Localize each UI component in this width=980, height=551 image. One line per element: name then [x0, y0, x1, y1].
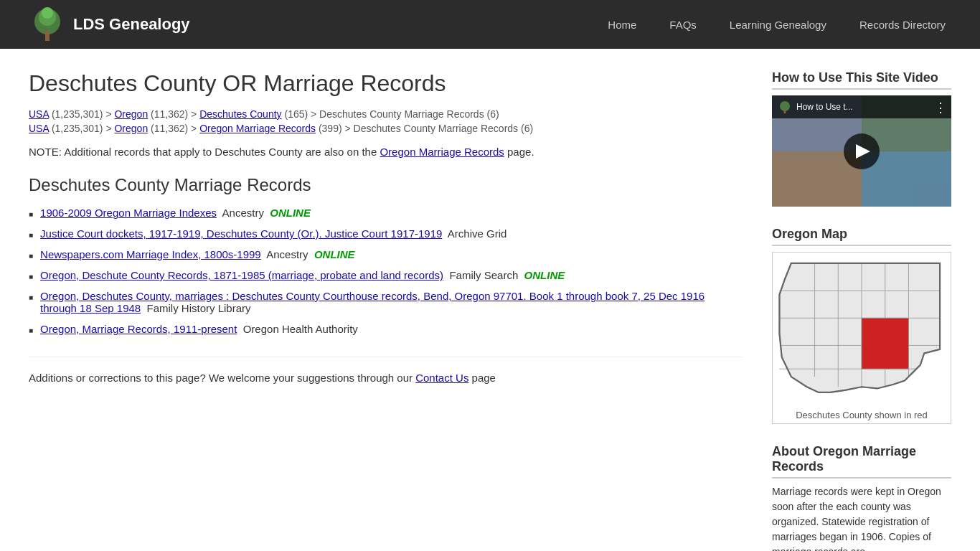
nav-faqs[interactable]: FAQs [664, 15, 702, 34]
online-badge-3: ONLINE [314, 248, 355, 260]
breadcrumb-usa-2[interactable]: USA [29, 123, 49, 134]
svg-rect-17 [862, 318, 908, 369]
video-thumb-inner: How to Use t... ⋮ [772, 95, 951, 207]
svg-rect-5 [784, 110, 786, 113]
page-title: Deschutes County OR Marriage Records [29, 70, 743, 97]
main-nav: Home FAQs Learning Genealogy Records Dir… [602, 15, 951, 34]
record-2-link[interactable]: Justice Court dockets, 1917-1919, Deschu… [40, 227, 442, 240]
online-badge-4: ONLINE [524, 269, 565, 281]
about-section: About Oregon Marriage Records Marriage r… [772, 444, 951, 551]
page-wrapper: Deschutes County OR Marriage Records USA… [0, 49, 980, 551]
note-text: NOTE: Additional records that apply to D… [29, 146, 743, 158]
record-4-link[interactable]: Oregon, Deschute County Records, 1871-19… [40, 269, 443, 281]
record-3-text: Newspapers.com Marriage Index, 1800s-199… [40, 248, 355, 260]
video-section-title: How to Use This Site Video [772, 70, 951, 90]
record-6-text: Oregon, Marriage Records, 1911-present O… [40, 323, 358, 335]
list-item: Newspapers.com Marriage Index, 1800s-199… [29, 248, 743, 260]
list-item: Justice Court dockets, 1917-1919, Deschu… [29, 227, 743, 240]
video-section: How to Use This Site Video [772, 70, 951, 207]
record-3-link[interactable]: Newspapers.com Marriage Index, 1800s-199… [40, 248, 261, 260]
svg-point-4 [780, 101, 790, 111]
nav-learning-genealogy[interactable]: Learning Genealogy [724, 15, 832, 34]
play-button[interactable] [844, 133, 880, 169]
contact-us-link[interactable]: Contact Us [415, 372, 468, 384]
video-logo-icon [778, 100, 792, 114]
list-item: 1906-2009 Oregon Marriage Indexes Ancest… [29, 207, 743, 219]
main-content: Deschutes County OR Marriage Records USA… [29, 70, 743, 551]
svg-rect-3 [45, 31, 50, 41]
records-list: 1906-2009 Oregon Marriage Indexes Ancest… [29, 207, 743, 335]
map-caption: Deschutes County shown in red [776, 410, 948, 420]
record-1-text: 1906-2009 Oregon Marriage Indexes Ancest… [40, 207, 311, 219]
oregon-map-svg [776, 255, 948, 404]
footer-note: Additions or corrections to this page? W… [29, 357, 743, 384]
logo-text: LDS Genealogy [73, 15, 190, 34]
about-text: Marriage records were kept in Oregon soo… [772, 484, 951, 551]
breadcrumb-line-1: USA (1,235,301) > Oregon (11,362) > Desc… [29, 108, 743, 120]
breadcrumb-oregon-2[interactable]: Oregon [114, 123, 148, 134]
record-5-text: Oregon, Deschutes County, marriages : De… [40, 290, 743, 314]
oregon-map-container: Deschutes County shown in red [772, 252, 951, 424]
record-6-link[interactable]: Oregon, Marriage Records, 1911-present [40, 323, 237, 335]
nav-records-directory[interactable]: Records Directory [854, 15, 951, 34]
video-title-bar: How to Use t... [772, 95, 951, 118]
oregon-marriage-records-link[interactable]: Oregon Marriage Records [380, 146, 504, 158]
svg-marker-7 [779, 263, 940, 392]
video-title-text: How to Use t... [796, 102, 853, 112]
list-item: Oregon, Deschute County Records, 1871-19… [29, 269, 743, 281]
online-badge-1: ONLINE [270, 207, 311, 219]
breadcrumb-oregon-marriage-records[interactable]: Oregon Marriage Records [199, 123, 316, 134]
section-title: Deschutes County Marriage Records [29, 175, 743, 195]
list-item: Oregon, Deschutes County, marriages : De… [29, 290, 743, 314]
video-more-button[interactable]: ⋮ [934, 100, 947, 116]
breadcrumb-deschutes-county[interactable]: Deschutes County [199, 108, 281, 120]
about-section-title: About Oregon Marriage Records [772, 444, 951, 479]
record-5-link[interactable]: Oregon, Deschutes County, marriages : De… [40, 290, 705, 314]
breadcrumb-oregon-1[interactable]: Oregon [114, 108, 148, 120]
logo-area: LDS Genealogy [29, 6, 602, 43]
site-header: LDS Genealogy Home FAQs Learning Genealo… [0, 0, 980, 49]
record-4-text: Oregon, Deschute County Records, 1871-19… [40, 269, 565, 281]
svg-point-2 [42, 7, 53, 19]
list-item: Oregon, Marriage Records, 1911-present O… [29, 323, 743, 335]
sidebar: How to Use This Site Video [772, 70, 951, 551]
video-thumbnail[interactable]: How to Use t... ⋮ [772, 95, 951, 207]
logo-tree-icon [29, 6, 66, 43]
nav-home[interactable]: Home [602, 15, 642, 34]
breadcrumb-line-2: USA (1,235,301) > Oregon (11,362) > Oreg… [29, 123, 743, 134]
breadcrumb-usa-1[interactable]: USA [29, 108, 49, 120]
map-section: Oregon Map [772, 227, 951, 424]
record-1-link[interactable]: 1906-2009 Oregon Marriage Indexes [40, 207, 217, 219]
map-section-title: Oregon Map [772, 227, 951, 246]
record-2-text: Justice Court dockets, 1917-1919, Deschu… [40, 227, 507, 240]
play-triangle-icon [856, 144, 870, 159]
